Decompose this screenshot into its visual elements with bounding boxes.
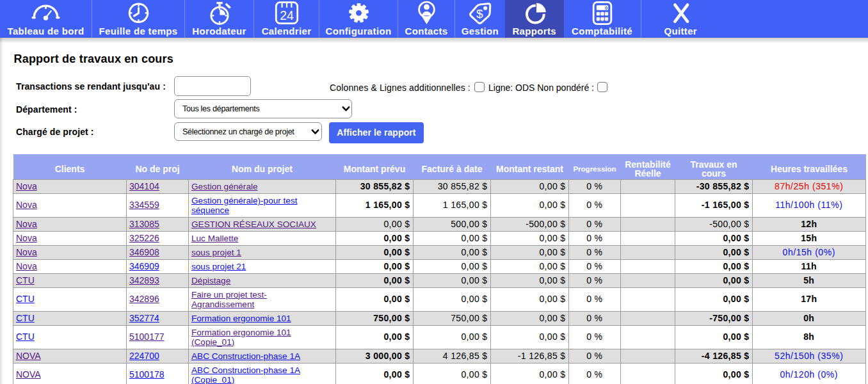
svg-text:24: 24 xyxy=(280,8,294,22)
svg-text:0: 0 xyxy=(605,5,607,11)
svg-text:$: $ xyxy=(476,7,483,20)
